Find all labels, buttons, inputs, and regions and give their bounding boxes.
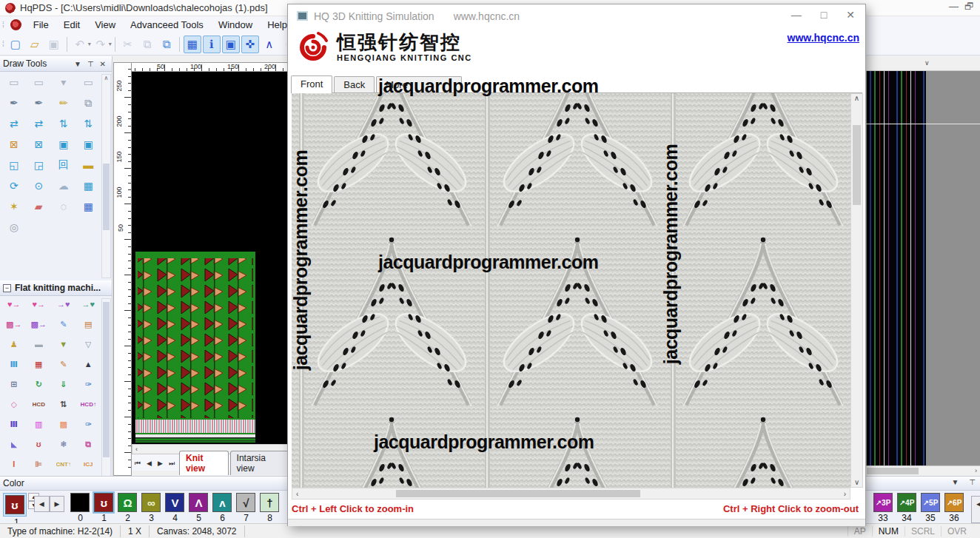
scroll-down-icon[interactable]: ∨ xyxy=(854,478,859,486)
tool-delete-row[interactable]: ⊠ xyxy=(7,138,21,151)
menu-item-advanceed-tools[interactable]: Advanceed Tools xyxy=(123,17,211,33)
machine-tool-5[interactable]: ▩→ xyxy=(6,318,21,330)
machine-tool-22[interactable]: HCD xyxy=(33,398,45,410)
machine-tool-13[interactable]: Ⅲ xyxy=(10,358,18,370)
tool-lasso[interactable]: ◌ xyxy=(56,200,71,213)
machine-tool-12[interactable]: ▽ xyxy=(85,338,91,350)
view-nav-button-0[interactable]: ⏮ xyxy=(132,460,144,467)
tool-image-edit[interactable]: ▦ xyxy=(81,179,95,192)
machine-tool-27[interactable]: ▩ xyxy=(60,418,67,430)
menu-item-view[interactable]: View xyxy=(87,17,123,33)
color-swatch-36[interactable]: ↗6P xyxy=(944,493,964,512)
machine-tool-31[interactable]: ❄ xyxy=(60,438,67,450)
color-swatch-34[interactable]: ↗4P xyxy=(897,493,916,512)
tool-gold-brick[interactable]: ▬ xyxy=(81,158,95,172)
machine-tool-28[interactable]: ✑ xyxy=(85,418,92,430)
scroll-right-icon[interactable]: › xyxy=(844,490,846,498)
machine-panel-header[interactable]: − Flat knitting machi... xyxy=(0,280,112,296)
knit-simulation-image[interactable] xyxy=(292,93,850,488)
dialog-tab-front[interactable]: Front xyxy=(291,75,332,93)
machine-tool-29[interactable]: ◣ xyxy=(11,438,17,450)
machine-tool-32[interactable]: ⧉ xyxy=(85,438,91,450)
tool-canvas-size-2[interactable]: ▣ xyxy=(81,138,95,151)
minimize-button[interactable]: — xyxy=(949,1,959,12)
color-swatch-6[interactable]: ʌ xyxy=(212,493,232,512)
tool-partial-2[interactable]: ▭ xyxy=(31,75,46,89)
scroll-thumb[interactable] xyxy=(853,125,861,205)
tab-knit-view[interactable]: Knit view xyxy=(179,451,229,475)
scroll-left-icon[interactable]: ◀ xyxy=(34,496,50,512)
restore-button[interactable]: 🗗 xyxy=(964,1,974,12)
scroll-left-icon[interactable]: ‹ xyxy=(132,445,141,453)
paste-button[interactable]: ⧉ xyxy=(158,36,175,53)
tool-target[interactable]: ◎ xyxy=(7,221,21,234)
view-nav-button-2[interactable]: ▶ xyxy=(155,460,166,467)
machine-tool-3[interactable]: →♥ xyxy=(57,298,70,310)
machine-tool-2[interactable]: ♥→ xyxy=(32,298,45,310)
scroll-thumb[interactable] xyxy=(867,468,919,474)
save-button[interactable]: ▣ xyxy=(45,36,63,53)
swatch-scroll-left[interactable]: ◀▶ xyxy=(34,496,65,512)
dialog-v-scrollbar[interactable]: ∧ ∨ xyxy=(850,93,863,488)
scroll-left-icon[interactable]: ◀ xyxy=(971,496,980,523)
scroll-up-icon[interactable]: ∧ xyxy=(854,94,859,102)
color-swatch-4[interactable]: V xyxy=(165,493,184,512)
icon-view-toggle-button[interactable]: ▣ xyxy=(222,36,240,53)
close-icon[interactable]: ✕ xyxy=(97,60,109,68)
redo-button[interactable]: ↷ xyxy=(92,36,110,53)
design-canvas[interactable] xyxy=(132,72,289,444)
grid-toggle-button[interactable]: ▦ xyxy=(184,36,201,53)
tool-magic-wand[interactable]: ✶ xyxy=(7,200,21,213)
machine-tool-9[interactable]: ♟ xyxy=(10,338,18,350)
scroll-thumb[interactable] xyxy=(103,302,110,457)
tool-eraser[interactable]: ▰ xyxy=(31,200,46,213)
expand-toggle-button[interactable]: ✜ xyxy=(241,36,259,53)
machine-tool-17[interactable]: ⊞ xyxy=(10,378,17,390)
color-swatch-35[interactable]: ↗5P xyxy=(921,493,940,512)
machine-tool-34[interactable]: ⊫ xyxy=(35,458,42,470)
machine-tool-30[interactable]: ʊ xyxy=(36,438,41,450)
machine-tool-7[interactable]: ✎ xyxy=(60,318,67,330)
pin-icon[interactable]: ⊤ xyxy=(84,60,97,68)
tool-partial-4[interactable]: ▭ xyxy=(81,75,95,89)
tool-frame-select[interactable]: ◱ xyxy=(7,158,21,172)
tool-zoom[interactable]: ⊙ xyxy=(31,179,46,192)
panel-menu-icon[interactable]: ▼ xyxy=(71,60,84,68)
tool-partial-1[interactable]: ▭ xyxy=(7,75,21,89)
machine-tool-18[interactable]: ↻ xyxy=(36,378,42,390)
view-nav-button-3[interactable]: ⏭ xyxy=(166,460,178,467)
scroll-right-icon[interactable]: › xyxy=(975,467,977,474)
machine-tool-14[interactable]: ▦ xyxy=(35,358,42,370)
color-swatch-7[interactable]: √ xyxy=(236,493,255,512)
machine-tool-23[interactable]: ⇅ xyxy=(60,398,67,410)
machine-tool-26[interactable]: ▥ xyxy=(35,418,42,430)
undo-button[interactable]: ↶ xyxy=(71,36,89,53)
menu-item-window[interactable]: Window xyxy=(211,17,260,33)
scroll-thumb[interactable] xyxy=(396,490,640,497)
machine-tool-35[interactable]: CNT↑ xyxy=(56,458,71,470)
dialog-close-button[interactable]: ✕ xyxy=(846,9,855,21)
tool-copy-pages[interactable]: ⧉ xyxy=(81,96,95,110)
color-swatch-0[interactable] xyxy=(70,493,90,512)
tool-grid-blocks[interactable]: ▦ xyxy=(81,200,95,213)
machine-tool-25[interactable]: Ⅲ xyxy=(10,418,18,430)
curve-tool-button[interactable]: ∧ xyxy=(261,36,278,53)
menu-item-file[interactable]: File xyxy=(26,17,56,33)
new-file-button[interactable]: ▢ xyxy=(7,36,24,53)
draw-tools-scrollbar[interactable]: ∧ xyxy=(101,74,111,278)
color-swatch-3[interactable]: ∞ xyxy=(141,493,161,512)
tool-inner-frame[interactable]: 回 xyxy=(56,158,71,172)
view-nav-button-1[interactable]: ◀ xyxy=(144,460,155,467)
collapse-icon[interactable]: − xyxy=(3,284,11,292)
chevron-down-icon[interactable]: ∨ xyxy=(924,59,930,67)
dialog-h-scrollbar[interactable]: ‹ › xyxy=(292,488,850,500)
stripe-pattern-view[interactable] xyxy=(867,71,926,475)
tool-delete-col[interactable]: ⊠ xyxy=(31,138,46,151)
tool-partial-3[interactable]: ▾ xyxy=(56,75,71,89)
color-swatch-33[interactable]: ↗3P xyxy=(873,493,893,512)
right-panel-scrollbar[interactable]: › xyxy=(865,465,980,476)
tool-insert-row-left[interactable]: ⇄ xyxy=(7,117,21,130)
machine-tool-1[interactable]: ♥→ xyxy=(7,298,21,310)
machine-tool-4[interactable]: →♥ xyxy=(81,298,95,310)
machine-tool-10[interactable]: ▬ xyxy=(35,338,43,350)
